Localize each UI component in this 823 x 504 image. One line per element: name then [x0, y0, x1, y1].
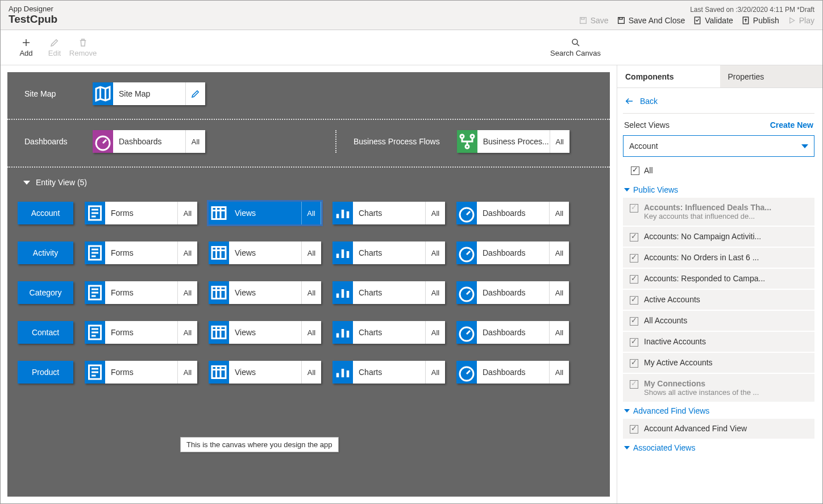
charts-icon — [332, 281, 353, 304]
svg-rect-3 — [619, 17, 622, 19]
toolbar: Add Edit Remove Search Canvas — [1, 30, 822, 65]
charts-icon — [332, 241, 353, 264]
bpf-tile[interactable]: Business Proces... All — [457, 130, 570, 153]
group-advanced-find[interactable]: Advanced Find Views — [623, 403, 814, 419]
tile-contact-charts[interactable]: ChartsAll — [332, 321, 445, 344]
save-close-icon — [617, 16, 626, 25]
view-item[interactable]: Accounts: No Campaign Activiti... — [623, 227, 814, 247]
entity-product[interactable]: Product — [18, 361, 73, 384]
save-and-close-button[interactable]: Save And Close — [617, 16, 685, 25]
svg-rect-1 — [581, 17, 584, 19]
group-public-views[interactable]: Public Views — [623, 182, 814, 198]
svg-rect-24 — [212, 366, 226, 378]
svg-point-9 — [471, 135, 474, 138]
dashboards-icon — [456, 281, 477, 304]
search-icon — [571, 38, 581, 48]
dashboards-icon — [456, 361, 477, 384]
save-button: Save — [579, 16, 609, 25]
group-associated[interactable]: Associated Views — [623, 440, 814, 456]
bpf-label: Business Process Flows — [354, 137, 440, 146]
svg-rect-12 — [212, 207, 226, 219]
page-title: App Designer — [9, 5, 57, 13]
dashboards-tile[interactable]: Dashboards All — [93, 130, 205, 153]
checkbox-icon — [630, 338, 638, 347]
tile-category-charts[interactable]: ChartsAll — [332, 281, 445, 304]
chevron-down-icon — [801, 144, 808, 148]
view-item[interactable]: Inactive Accounts — [623, 332, 814, 352]
remove-button: Remove — [69, 38, 97, 57]
publish-button[interactable]: Publish — [741, 16, 779, 25]
view-item[interactable]: Active Accounts — [623, 290, 814, 310]
svg-rect-15 — [212, 247, 226, 259]
tile-product-forms[interactable]: FormsAll — [85, 361, 197, 384]
entity-category[interactable]: Category — [18, 281, 73, 304]
checkbox-icon — [630, 296, 638, 305]
checkbox-icon — [630, 425, 638, 434]
forms-icon — [85, 361, 105, 384]
tab-properties[interactable]: Properties — [720, 65, 823, 88]
view-item[interactable]: Accounts: Responded to Campa... — [623, 269, 814, 289]
charts-icon — [332, 202, 353, 224]
view-item[interactable]: My ConnectionsShows all active instances… — [623, 374, 814, 402]
tile-activity-forms[interactable]: FormsAll — [85, 241, 197, 264]
checkbox-icon — [630, 380, 638, 389]
entity-dropdown[interactable]: Account — [623, 135, 814, 157]
view-item[interactable]: Accounts: Influenced Deals Tha...Key acc… — [623, 198, 814, 226]
validate-button[interactable]: Validate — [693, 16, 733, 25]
add-button[interactable]: Add — [12, 38, 40, 57]
forms-icon — [85, 241, 105, 264]
entity-contact[interactable]: Contact — [18, 321, 73, 344]
tile-product-views[interactable]: ViewsAll — [209, 361, 321, 384]
tile-category-forms[interactable]: FormsAll — [85, 281, 197, 304]
tile-account-forms[interactable]: FormsAll — [85, 202, 197, 224]
all-checkbox-row[interactable]: All — [623, 164, 814, 182]
tile-category-dashboards[interactable]: DashboardsAll — [456, 281, 569, 304]
view-item[interactable]: Account Advanced Find View — [623, 419, 814, 439]
tile-product-dashboards[interactable]: DashboardsAll — [456, 361, 569, 384]
header-bar: App Designer TestCpub Last Saved on :3/2… — [1, 1, 822, 30]
tile-account-charts[interactable]: ChartsAll — [332, 202, 445, 224]
tile-activity-dashboards[interactable]: DashboardsAll — [456, 241, 569, 264]
checkbox-icon — [630, 204, 638, 213]
tile-category-views[interactable]: ViewsAll — [209, 281, 321, 304]
view-item[interactable]: My Active Accounts — [623, 353, 814, 373]
charts-icon — [332, 361, 353, 384]
svg-point-10 — [465, 145, 469, 148]
tile-account-views[interactable]: ViewsAll — [209, 202, 321, 224]
svg-rect-21 — [212, 327, 226, 339]
tile-contact-dashboards[interactable]: DashboardsAll — [456, 321, 569, 344]
back-button[interactable]: Back — [623, 94, 814, 114]
checkbox-icon — [630, 275, 638, 284]
search-canvas-button[interactable]: Search Canvas — [550, 38, 601, 57]
map-icon — [93, 82, 113, 105]
publish-icon — [741, 16, 750, 25]
tab-components[interactable]: Components — [617, 65, 720, 88]
tile-activity-views[interactable]: ViewsAll — [209, 241, 321, 264]
view-item[interactable]: Accounts: No Orders in Last 6 ... — [623, 248, 814, 268]
checkbox-icon — [630, 359, 638, 368]
checkbox-icon — [630, 254, 638, 263]
view-item[interactable]: All Accounts — [623, 311, 814, 331]
tile-account-dashboards[interactable]: DashboardsAll — [456, 202, 569, 224]
tile-contact-views[interactable]: ViewsAll — [209, 321, 321, 344]
charts-icon — [332, 321, 353, 344]
validate-icon — [693, 16, 702, 25]
entity-account[interactable]: Account — [18, 202, 73, 224]
tile-product-charts[interactable]: ChartsAll — [332, 361, 445, 384]
design-canvas[interactable]: Site Map Site Map Dashboards Dashboards — [7, 72, 610, 497]
tile-contact-forms[interactable]: FormsAll — [85, 321, 197, 344]
svg-point-8 — [460, 135, 464, 138]
select-views-label: Select Views — [624, 120, 670, 130]
edit-sitemap-icon[interactable] — [186, 82, 205, 105]
checkbox-icon — [630, 317, 638, 326]
views-icon — [209, 321, 229, 344]
last-saved: Last Saved on :3/20/2020 4:11 PM *Draft — [579, 6, 814, 14]
tile-activity-charts[interactable]: ChartsAll — [332, 241, 445, 264]
checkbox-icon — [631, 166, 639, 175]
create-new-link[interactable]: Create New — [770, 120, 813, 130]
entity-view-header[interactable]: Entity View (5) — [7, 168, 610, 193]
entity-activity[interactable]: Activity — [18, 241, 73, 264]
site-map-tile[interactable]: Site Map — [93, 82, 205, 105]
dashboard-icon — [93, 130, 113, 153]
svg-rect-18 — [212, 287, 226, 299]
